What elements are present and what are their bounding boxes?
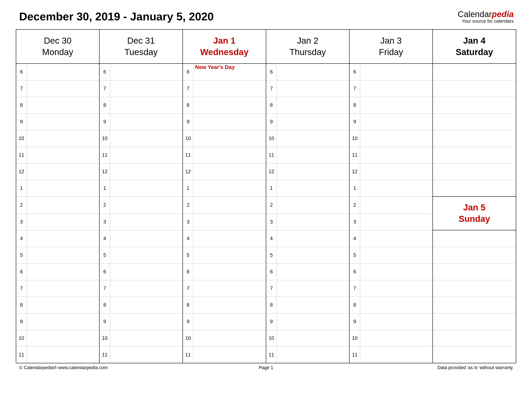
hour-slot: 5 (16, 247, 99, 263)
slot-content (360, 197, 432, 214)
hour-row: 77777 (16, 280, 516, 297)
hour-slot: 7 (183, 280, 266, 297)
hour-slot: 9 (349, 313, 433, 330)
hour-slot: 12 (183, 163, 266, 180)
hour-label: 11 (266, 347, 277, 363)
slot-content (27, 180, 99, 197)
slot-content (360, 63, 432, 80)
slot-content (110, 247, 183, 264)
hour-label: 9 (349, 114, 360, 130)
hour-label: 8 (16, 97, 27, 113)
slot-content (360, 230, 432, 247)
hour-slot: 11 (183, 147, 266, 163)
day-date: Jan 5 (463, 203, 485, 212)
hour-label: 6 (266, 64, 277, 80)
day-weekday: Thursday (290, 47, 326, 57)
weekend-slot (433, 247, 516, 263)
slot-content (193, 230, 266, 247)
hour-slot: 7 (99, 80, 183, 97)
day-weekday: Friday (379, 47, 403, 57)
hour-label: 8 (266, 97, 277, 113)
hour-label: 8 (16, 297, 27, 313)
hour-label: 9 (100, 114, 110, 130)
weekend-slot (433, 313, 516, 330)
footer-left: © Calendarpedia® www.calendarpedia.com (19, 365, 108, 370)
hour-label: 5 (349, 247, 360, 263)
hour-slot: 8 (16, 97, 99, 113)
hour-slot: 6 (16, 63, 99, 80)
hour-slot: 3 (349, 213, 433, 230)
hour-label: 4 (266, 230, 277, 247)
hour-slot: 1 (16, 180, 99, 197)
slot-content (27, 263, 99, 280)
slot-content (193, 97, 266, 114)
hour-slot: 8 (349, 297, 433, 313)
slot-content (27, 230, 99, 247)
hour-slot: 6 (99, 63, 183, 80)
hour-label: 6 (16, 64, 27, 80)
hour-label: 8 (266, 297, 277, 313)
hour-label: 11 (100, 147, 110, 163)
hour-label: 9 (183, 313, 193, 330)
day-header-row: Dec 30 Monday Dec 31 Tuesday Jan 1 Wedne… (16, 30, 516, 63)
hour-label: 7 (100, 80, 110, 97)
slot-content (27, 113, 99, 130)
weekend-slot (433, 63, 516, 80)
slot-content (27, 313, 99, 330)
hour-label: 5 (266, 247, 277, 263)
hour-label: 7 (183, 280, 193, 297)
hour-label: 7 (100, 280, 110, 297)
hour-slot: 7 (183, 80, 266, 97)
hour-slot: 7 (266, 280, 349, 297)
slot-content (193, 247, 266, 264)
day-weekday: Wednesday (200, 47, 248, 57)
hour-row: 44444 (16, 230, 516, 247)
hour-label: 8 (100, 97, 110, 113)
hour-label: 1 (183, 180, 193, 197)
hour-slot: 11 (16, 347, 99, 363)
hour-slot: 5 (99, 247, 183, 263)
hour-label: 6 (183, 64, 193, 80)
footer-row: © Calendarpedia® www.calendarpedia.com P… (16, 363, 516, 370)
slot-content (110, 263, 183, 280)
hour-slot: 8 (16, 297, 99, 313)
slot-content (27, 297, 99, 313)
slot-content (277, 297, 349, 313)
slot-content: New Year's Day (193, 63, 266, 80)
weekend-slot (433, 113, 516, 130)
hour-label: 6 (183, 264, 193, 280)
hour-label: 11 (100, 347, 110, 363)
hour-label: 9 (16, 114, 27, 130)
hour-slot: 4 (183, 230, 266, 247)
slot-content (193, 163, 266, 180)
slot-content (277, 63, 349, 80)
hour-slot: 1 (266, 180, 349, 197)
hour-slot: 3 (99, 213, 183, 230)
hour-label: 10 (16, 330, 27, 347)
calendar-page: December 30, 2019 - January 5, 2020 Cale… (0, 0, 532, 398)
slot-content (193, 213, 266, 230)
hour-label: 7 (16, 80, 27, 97)
slot-content (193, 180, 266, 197)
slot-content (277, 213, 349, 230)
hour-slot: 10 (266, 330, 349, 347)
hour-slot: 6New Year's Day (183, 63, 266, 80)
brand-block: Calendarpedia Your source for calendars (458, 10, 514, 24)
brand-prefix: Calendar (458, 10, 492, 19)
hour-label: 4 (349, 230, 360, 247)
hour-slot: 6 (349, 263, 433, 280)
hour-slot: 11 (266, 347, 349, 363)
hour-label: 7 (183, 80, 193, 97)
hour-slot: 9 (16, 313, 99, 330)
hour-slot: 3 (16, 213, 99, 230)
slot-content (110, 347, 183, 363)
slot-content (193, 113, 266, 130)
slot-content (360, 163, 432, 180)
weekend-slot (433, 230, 516, 247)
slot-content (27, 213, 99, 230)
hour-label: 3 (266, 214, 277, 230)
hour-slot: 8 (99, 97, 183, 113)
slot-content (110, 63, 183, 80)
hour-label: 4 (183, 230, 193, 247)
hour-slot: 11 (266, 147, 349, 163)
